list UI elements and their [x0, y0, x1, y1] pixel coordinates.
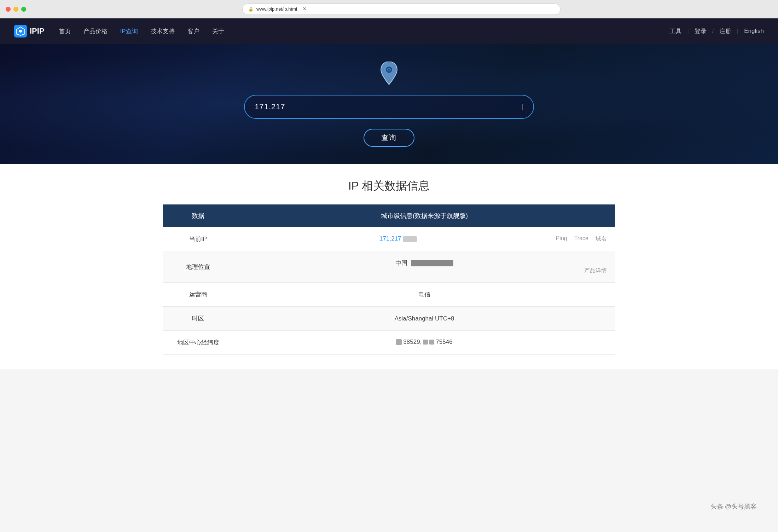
product-detail-link[interactable]: 产品详情 — [584, 267, 607, 274]
nav-divider-1: | — [687, 28, 689, 34]
table-row-geo: 地理位置 中国 产品详情 — [163, 251, 615, 283]
location-pin — [378, 62, 400, 88]
hero-section: | 查询 — [0, 44, 778, 164]
row-value-isp: 电信 — [233, 283, 615, 307]
svg-point-1 — [19, 30, 22, 33]
nav-divider-2: / — [712, 28, 714, 34]
data-table: 数据 城市级信息(数据来源于旗舰版) 当前IP 171.217 Ping Tra… — [163, 204, 615, 355]
table-row-coord: 地区中心经纬度 38529, 75546 — [163, 331, 615, 355]
table-header-row: 数据 城市级信息(数据来源于旗舰版) — [163, 204, 615, 227]
table-row-current-ip: 当前IP 171.217 Ping Trace 域名 — [163, 227, 615, 251]
search-container: | 查询 — [244, 95, 534, 147]
browser-maximize-btn[interactable] — [21, 7, 26, 12]
geo-region-blurred — [411, 260, 453, 266]
nav-home[interactable]: 首页 — [59, 27, 71, 35]
geo-country: 中国 — [395, 259, 407, 267]
nav-register[interactable]: 注册 — [719, 27, 731, 35]
domain-link[interactable]: 域名 — [596, 235, 607, 243]
address-bar[interactable]: 🔒 www.ipip.net/ip.html × — [242, 4, 561, 15]
content-wrapper: IP 相关数据信息 数据 城市级信息(数据来源于旗舰版) 当前IP 171.21… — [156, 164, 622, 369]
ping-link[interactable]: Ping — [556, 235, 567, 243]
tab-close-button[interactable]: × — [303, 5, 307, 13]
table-row-isp: 运营商 电信 — [163, 283, 615, 307]
nav-pricing[interactable]: 产品价格 — [83, 27, 108, 35]
row-label-isp: 运营商 — [163, 283, 233, 307]
coord-value: 38529, 75546 — [396, 339, 452, 346]
row-value-current-ip: 171.217 Ping Trace 域名 — [233, 227, 615, 251]
coord-lng: 75546 — [436, 339, 452, 346]
table-header-col2: 城市级信息(数据来源于旗舰版) — [233, 204, 615, 227]
browser-chrome: 🔒 www.ipip.net/ip.html × — [0, 0, 778, 18]
url-text: www.ipip.net/ip.html — [256, 6, 297, 12]
nav-right: 工具 | 登录 / 注册 | English — [669, 27, 764, 35]
nav-tools[interactable]: 工具 — [669, 27, 681, 35]
logo-text: IPIP — [30, 27, 45, 36]
row-value-timezone: Asia/Shanghai UTC+8 — [233, 307, 615, 331]
row-value-coord: 38529, 75546 — [233, 331, 615, 355]
svg-point-4 — [388, 69, 390, 71]
content-area: IP 相关数据信息 数据 城市级信息(数据来源于旗舰版) 当前IP 171.21… — [0, 164, 778, 369]
section-title: IP 相关数据信息 — [163, 178, 615, 194]
table-header-col1: 数据 — [163, 204, 233, 227]
ip-search-input[interactable] — [255, 102, 519, 111]
row-label-current-ip: 当前IP — [163, 227, 233, 251]
row-value-geo: 中国 产品详情 — [233, 251, 615, 283]
nav-english[interactable]: English — [744, 28, 764, 35]
browser-minimize-btn[interactable] — [13, 7, 18, 12]
table-row-timezone: 时区 Asia/Shanghai UTC+8 — [163, 307, 615, 331]
coord-icon — [396, 339, 402, 345]
browser-controls — [6, 7, 26, 12]
ip-link[interactable]: 171.217 — [379, 235, 418, 242]
row-label-geo: 地理位置 — [163, 251, 233, 283]
trace-link[interactable]: Trace — [574, 235, 588, 243]
logo-icon — [14, 25, 27, 37]
lock-icon: 🔒 — [248, 7, 254, 12]
ip-action-links: Ping Trace 域名 — [556, 235, 607, 243]
search-input-wrap: | — [244, 95, 534, 119]
coord-lat: 38529, — [403, 339, 422, 346]
coord-blurred-1 — [423, 340, 428, 345]
nav-ip-query[interactable]: IP查询 — [120, 27, 138, 35]
nav-divider-3: | — [737, 28, 738, 34]
logo[interactable]: IPIP — [14, 25, 45, 37]
nav-login[interactable]: 登录 — [695, 27, 707, 35]
browser-close-btn[interactable] — [6, 7, 11, 12]
geo-cell: 中国 — [242, 259, 607, 267]
nav-support[interactable]: 技术支持 — [151, 27, 175, 35]
coord-blurred-2 — [429, 340, 434, 345]
nav-links: 首页 产品价格 IP查询 技术支持 客户 关于 — [59, 27, 670, 35]
search-button[interactable]: 查询 — [364, 129, 414, 147]
nav-about[interactable]: 关于 — [212, 27, 224, 35]
row-label-coord: 地区中心经纬度 — [163, 331, 233, 355]
nav-clients[interactable]: 客户 — [187, 27, 199, 35]
search-cursor: | — [522, 103, 523, 110]
row-label-timezone: 时区 — [163, 307, 233, 331]
navbar: IPIP 首页 产品价格 IP查询 技术支持 客户 关于 工具 | 登录 / 注… — [0, 18, 778, 44]
